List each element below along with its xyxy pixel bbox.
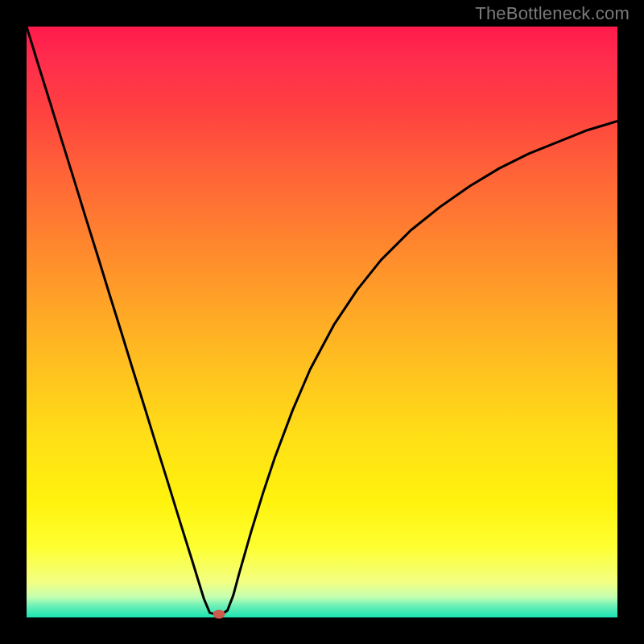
bottleneck-curve [27,27,617,614]
minimum-marker [213,610,225,619]
chart-frame: TheBottleneck.com [0,0,644,644]
plot-area [27,27,617,617]
curve-svg [27,27,617,617]
watermark-text: TheBottleneck.com [475,3,630,24]
